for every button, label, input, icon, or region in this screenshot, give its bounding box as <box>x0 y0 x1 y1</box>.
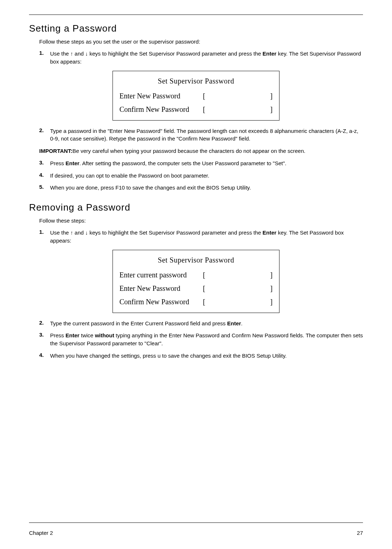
step-number: 4. <box>39 172 50 178</box>
section-setting-password: Setting a Password Follow these steps as… <box>29 23 363 192</box>
bracket-close: ] <box>265 105 273 114</box>
steps-list-setting-cont2: 3. Press Enter. After setting the passwo… <box>39 159 363 192</box>
step-item: 4. When you have changed the settings, p… <box>39 352 363 360</box>
bracket-open: [ <box>203 92 210 100</box>
bios-field-label: Enter current password <box>119 271 203 279</box>
horizontal-rule-bottom <box>29 522 363 523</box>
intro-text: Follow these steps as you set the user o… <box>39 38 363 45</box>
bracket-close: ] <box>265 271 273 279</box>
bracket-close: ] <box>265 298 273 306</box>
bracket-close: ] <box>265 92 273 100</box>
enter-key: Enter <box>66 332 79 338</box>
bracket-open: [ <box>203 284 210 293</box>
bios-row-current: Enter current password [ ] <box>119 271 273 279</box>
step-text: If desired, you can opt to enable the Pa… <box>50 172 363 180</box>
step-item: 3. Press Enter twice without typing anyt… <box>39 332 363 347</box>
step-item: 1. Use the ↑ and ↓ keys to highlight the… <box>39 50 363 66</box>
step-number: 3. <box>39 332 50 338</box>
bios-dialog-title: Set Supervisor Password <box>119 256 273 264</box>
bios-field-label: Confirm New Password <box>119 298 203 306</box>
important-label: IMPORTANT: <box>39 148 72 154</box>
steps-list-removing: 1. Use the ↑ and ↓ keys to highlight the… <box>39 229 363 245</box>
enter-key: Enter <box>262 229 276 236</box>
steps-list-setting: 1. Use the ↑ and ↓ keys to highlight the… <box>39 50 363 66</box>
bracket-open: [ <box>203 298 210 306</box>
important-note: IMPORTANT:Be very careful when typing yo… <box>39 147 363 155</box>
step-item: 3. Press Enter. After setting the passwo… <box>39 159 363 167</box>
step-number: 4. <box>39 352 50 358</box>
step-item: 1. Use the ↑ and ↓ keys to highlight the… <box>39 229 363 245</box>
step-number: 3. <box>39 159 50 166</box>
horizontal-rule-top <box>29 15 363 15</box>
step-number: 1. <box>39 50 50 56</box>
enter-key: Enter <box>66 160 79 166</box>
step-item: 2. Type a password in the "Enter New Pas… <box>39 127 363 143</box>
step-text: When you have changed the settings, pres… <box>50 352 363 360</box>
bios-row-enter-new: Enter New Password [ ] <box>119 284 273 293</box>
step-text: Use the ↑ and ↓ keys to highlight the Se… <box>50 229 363 245</box>
bios-dialog-remove-password: Set Supervisor Password Enter current pa… <box>113 250 279 313</box>
steps-list-removing-cont: 2. Type the current password in the Ente… <box>39 320 363 360</box>
bios-field-label: Enter New Password <box>119 284 203 293</box>
bios-field-label: Confirm New Password <box>119 105 203 114</box>
step-number: 5. <box>39 184 50 190</box>
enter-key: Enter <box>262 50 276 57</box>
section-title: Setting a Password <box>29 23 363 34</box>
step-number: 2. <box>39 127 50 133</box>
step-text: When you are done, press F10 to save the… <box>50 184 363 192</box>
step-number: 2. <box>39 320 50 326</box>
enter-key: Enter <box>227 320 241 326</box>
footer-chapter: Chapter 2 <box>29 530 53 536</box>
step-text: Press Enter twice without typing anythin… <box>50 332 363 347</box>
step-text: Use the ↑ and ↓ keys to highlight the Se… <box>50 50 363 66</box>
bios-field-label: Enter New Password <box>119 92 203 100</box>
without-word: without <box>95 332 114 338</box>
bios-row-confirm-new: Confirm New Password [ ] <box>119 298 273 306</box>
intro-text: Follow these steps: <box>39 217 363 224</box>
bios-dialog-set-password: Set Supervisor Password Enter New Passwo… <box>113 71 279 121</box>
bios-row-confirm-new: Confirm New Password [ ] <box>119 105 273 114</box>
section-title: Removing a Password <box>29 202 363 213</box>
bracket-open: [ <box>203 105 210 114</box>
bracket-close: ] <box>265 284 273 293</box>
step-item: 4. If desired, you can opt to enable the… <box>39 172 363 180</box>
step-item: 2. Type the current password in the Ente… <box>39 320 363 328</box>
bios-dialog-title: Set Supervisor Password <box>119 77 273 85</box>
steps-list-setting-cont: 2. Type a password in the "Enter New Pas… <box>39 127 363 143</box>
footer-page-number: 27 <box>357 530 363 536</box>
page-footer: Chapter 2 27 <box>29 530 363 536</box>
bracket-open: [ <box>203 271 210 279</box>
step-text: Type the current password in the Enter C… <box>50 320 363 328</box>
bios-row-enter-new: Enter New Password [ ] <box>119 92 273 100</box>
step-text: Type a password in the "Enter New Passwo… <box>50 127 363 143</box>
step-item: 5. When you are done, press F10 to save … <box>39 184 363 192</box>
step-number: 1. <box>39 229 50 235</box>
section-removing-password: Removing a Password Follow these steps: … <box>29 202 363 360</box>
step-text: Press Enter. After setting the password,… <box>50 159 363 167</box>
